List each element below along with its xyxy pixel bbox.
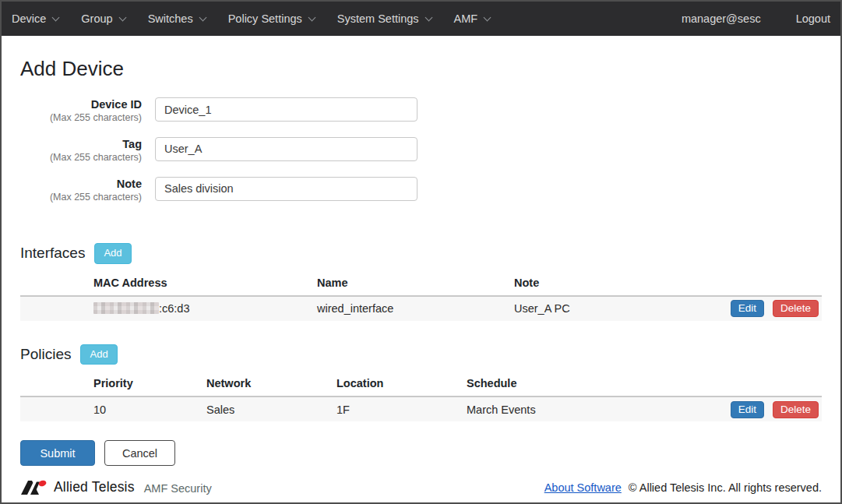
footer-right: About Software © Allied Telesis Inc. All… (544, 481, 822, 494)
nav-item-group[interactable]: Group (81, 12, 125, 25)
form-row-note: Note (Max 255 characters) (20, 177, 822, 203)
policies-header-row: Priority Network Location Schedule (20, 375, 822, 397)
device-id-input[interactable] (155, 97, 417, 122)
footer: Allied Telesis AMF Security About Softwa… (20, 474, 822, 502)
chevron-down-icon (425, 14, 432, 22)
interfaces-header-row: MAC Address Name Note (20, 274, 822, 296)
about-software-link[interactable]: About Software (544, 481, 622, 494)
logout-button[interactable]: Logout (796, 12, 830, 25)
cancel-button[interactable]: Cancel (104, 440, 175, 466)
spacer-cell (20, 375, 93, 397)
policy-schedule-cell: March Events (467, 397, 682, 421)
field-label-block: Device ID (Max 255 characters) (20, 97, 142, 124)
chevron-down-icon (52, 14, 60, 22)
brand-block: Allied Telesis AMF Security (20, 478, 212, 496)
form-row-tag: Tag (Max 255 characters) (20, 137, 822, 164)
chevron-down-icon (484, 14, 491, 22)
policy-network-cell: Sales (206, 397, 336, 421)
nav-item-amf[interactable]: AMF (454, 12, 491, 25)
table-row: 10 Sales 1F March Events Edit Delete (20, 397, 822, 421)
interface-note-cell: User_A PC (514, 296, 682, 321)
device-id-label: Device ID (20, 98, 142, 111)
col-mac-address: MAC Address (93, 274, 317, 296)
interfaces-section-header: Interfaces Add (20, 243, 822, 264)
add-device-form: Device ID (Max 255 characters) Tag (Max … (20, 97, 822, 217)
tag-hint: (Max 255 characters) (20, 151, 142, 164)
device-id-hint: (Max 255 characters) (20, 111, 142, 124)
col-schedule: Schedule (467, 375, 682, 397)
mac-address-cell: :c6:d3 (93, 296, 317, 321)
col-actions (682, 274, 822, 296)
interfaces-table: MAC Address Name Note :c6:d3 wired_inter… (20, 274, 822, 321)
field-label-block: Note (Max 255 characters) (20, 177, 142, 203)
col-actions (682, 375, 822, 397)
nav-item-label: AMF (454, 12, 478, 25)
field-label-block: Tag (Max 255 characters) (20, 137, 142, 164)
col-network: Network (206, 375, 336, 397)
row-actions-cell: Edit Delete (682, 296, 822, 321)
submit-button[interactable]: Submit (20, 440, 95, 466)
redacted-mac-blur (93, 302, 159, 314)
product-name: AMF Security (144, 480, 212, 495)
spacer-cell (20, 274, 93, 296)
nav-item-label: Policy Settings (228, 12, 302, 25)
chevron-down-icon (118, 14, 126, 22)
interface-delete-button[interactable]: Delete (773, 300, 819, 317)
nav-item-label: Device (12, 12, 46, 25)
nav-item-system-settings[interactable]: System Settings (337, 12, 432, 25)
chevron-down-icon (199, 14, 206, 22)
nav-item-device[interactable]: Device (12, 12, 58, 25)
tag-label: Tag (20, 138, 142, 151)
chevron-down-icon (308, 14, 315, 22)
policies-section-header: Policies Add (20, 344, 822, 365)
nav-item-policy-settings[interactable]: Policy Settings (228, 12, 315, 25)
nav-item-label: Group (81, 12, 112, 25)
policy-delete-button[interactable]: Delete (773, 401, 819, 418)
nav-item-switches[interactable]: Switches (148, 12, 206, 25)
logged-in-user: manager@sesc (682, 12, 761, 25)
app-window: Device Group Switches Policy Settings Sy… (0, 0, 842, 504)
note-hint: (Max 255 characters) (20, 191, 142, 203)
note-label: Note (20, 178, 142, 191)
brand-name: Allied Telesis (54, 479, 135, 495)
interfaces-title: Interfaces (20, 245, 85, 262)
form-actions: Submit Cancel (20, 440, 822, 466)
spacer-cell (20, 397, 93, 421)
nav-item-label: Switches (148, 12, 193, 25)
page-title: Add Device (20, 57, 822, 81)
policies-title: Policies (20, 346, 71, 363)
allied-telesis-logo-icon (20, 478, 49, 496)
col-name: Name (317, 274, 514, 296)
interface-name-cell: wired_interface (317, 296, 514, 321)
form-row-device-id: Device ID (Max 255 characters) (20, 97, 822, 124)
top-navbar: Device Group Switches Policy Settings Sy… (2, 2, 840, 36)
policy-edit-button[interactable]: Edit (731, 401, 764, 418)
note-input[interactable] (155, 177, 417, 201)
copyright-text: © Allied Telesis Inc. All rights reserve… (629, 481, 822, 494)
interfaces-add-button[interactable]: Add (94, 243, 131, 264)
policy-location-cell: 1F (336, 397, 467, 421)
row-actions-cell: Edit Delete (682, 397, 822, 421)
policies-add-button[interactable]: Add (80, 344, 117, 365)
col-location: Location (336, 375, 467, 397)
col-note: Note (514, 274, 682, 296)
table-row: :c6:d3 wired_interface User_A PC Edit De… (20, 296, 822, 321)
nav-item-label: System Settings (337, 12, 419, 25)
policy-priority-cell: 10 (93, 397, 206, 421)
spacer-cell (20, 296, 93, 321)
policies-table: Priority Network Location Schedule 10 Sa… (20, 375, 822, 421)
interface-edit-button[interactable]: Edit (731, 300, 764, 317)
mac-visible-suffix: :c6:d3 (159, 302, 190, 315)
main-content: Add Device Device ID (Max 255 characters… (2, 36, 840, 502)
col-priority: Priority (93, 375, 206, 397)
tag-input[interactable] (155, 137, 417, 161)
navbar-right: manager@sesc Logout (682, 12, 830, 25)
